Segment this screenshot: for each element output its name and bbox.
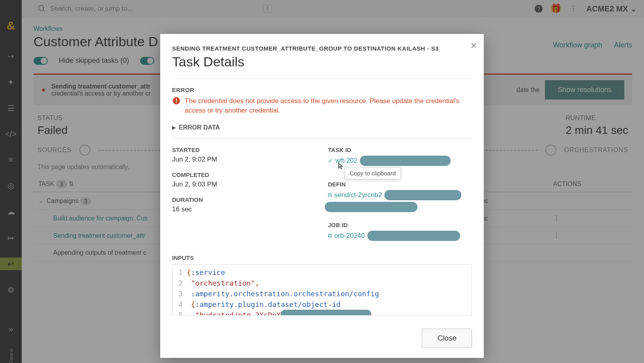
job-id-value[interactable]: ⧉ orb-20240	[328, 231, 472, 241]
completed-value: Jun 2, 9:03 PM	[172, 181, 316, 188]
duration-value: 16 sec	[172, 205, 316, 213]
cursor-icon	[337, 162, 345, 171]
started-label: STARTED	[172, 147, 316, 153]
started-value: Jun 2, 9:02 PM	[172, 156, 316, 164]
check-icon: ✓	[328, 157, 333, 164]
task-id-value[interactable]: ✓ wft-202	[328, 156, 472, 166]
defin-value[interactable]: ⧉ send/ct-2yrcnb2	[328, 190, 472, 200]
modal-overlay: × SENDING TREATMENT CUSTOMER_ATTRIBUTE_G…	[0, 0, 644, 363]
close-button[interactable]: Close	[422, 329, 472, 348]
duration-label: DURATION	[172, 196, 316, 203]
modal-title: Task Details	[172, 54, 472, 70]
copy-icon: ⧉	[328, 192, 332, 198]
error-message: The credential does not provide access t…	[185, 96, 472, 115]
error-data-disclosure[interactable]: ▶ ERROR DATA	[172, 124, 472, 131]
job-id-label: JOB ID	[328, 222, 472, 228]
error-icon	[172, 96, 181, 105]
completed-label: COMPLETED	[172, 171, 316, 178]
svg-rect-6	[176, 102, 177, 103]
triangle-right-icon: ▶	[172, 125, 176, 130]
svg-rect-5	[176, 99, 177, 102]
modal-pretitle: SENDING TREATMENT CUSTOMER_ATTRIBUTE_GRO…	[172, 45, 472, 52]
task-details-modal: × SENDING TREATMENT CUSTOMER_ATTRIBUTE_G…	[160, 34, 484, 358]
inputs-code[interactable]: 1{:service 2 "orchestration", 3 :amperit…	[172, 264, 472, 316]
copy-tooltip: Copy to clipboard	[344, 167, 401, 179]
defin-label: DEFIN	[328, 181, 472, 188]
task-id-label: TASK ID	[328, 147, 472, 153]
error-section-label: ERROR	[172, 87, 472, 93]
copy-icon: ⧉	[328, 232, 332, 239]
close-icon[interactable]: ×	[471, 39, 477, 52]
inputs-label: INPUTS	[172, 254, 472, 261]
